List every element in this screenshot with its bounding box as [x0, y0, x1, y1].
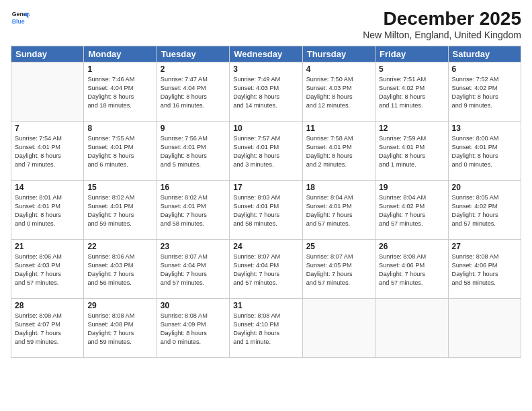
cell-info: Sunrise: 7:59 AM Sunset: 4:01 PM Dayligh…: [379, 134, 444, 169]
cell-info: Sunrise: 7:58 AM Sunset: 4:01 PM Dayligh…: [306, 134, 371, 169]
calendar-week-row: 21Sunrise: 8:06 AM Sunset: 4:03 PM Dayli…: [11, 240, 521, 299]
cell-date: 3: [233, 64, 298, 74]
cell-info: Sunrise: 8:01 AM Sunset: 4:01 PM Dayligh…: [15, 193, 80, 228]
cell-date: 21: [15, 242, 80, 251]
main-title: December 2025: [363, 8, 521, 30]
cell-info: Sunrise: 8:08 AM Sunset: 4:07 PM Dayligh…: [15, 312, 80, 347]
table-row: 4Sunrise: 7:50 AM Sunset: 4:03 PM Daylig…: [302, 62, 375, 122]
cell-date: 7: [15, 124, 80, 133]
table-row: 9Sunrise: 7:56 AM Sunset: 4:01 PM Daylig…: [157, 122, 229, 181]
cell-date: 12: [379, 124, 444, 133]
cell-date: 23: [161, 242, 226, 251]
cell-date: 20: [452, 183, 517, 192]
cell-info: Sunrise: 7:51 AM Sunset: 4:02 PM Dayligh…: [379, 75, 444, 110]
table-row: 11Sunrise: 7:58 AM Sunset: 4:01 PM Dayli…: [302, 122, 375, 181]
cell-info: Sunrise: 7:54 AM Sunset: 4:01 PM Dayligh…: [15, 134, 80, 169]
cell-date: 4: [306, 64, 371, 74]
cell-date: 15: [87, 183, 152, 192]
cell-info: Sunrise: 7:55 AM Sunset: 4:01 PM Dayligh…: [87, 134, 152, 169]
col-wednesday: Wednesday: [230, 46, 302, 62]
cell-info: Sunrise: 8:08 AM Sunset: 4:10 PM Dayligh…: [233, 312, 298, 347]
table-row: 8Sunrise: 7:55 AM Sunset: 4:01 PM Daylig…: [84, 122, 157, 181]
cell-info: Sunrise: 7:49 AM Sunset: 4:03 PM Dayligh…: [233, 75, 298, 110]
cell-info: Sunrise: 8:02 AM Sunset: 4:01 PM Dayligh…: [161, 193, 226, 228]
cell-date: 1: [87, 64, 152, 74]
cell-info: Sunrise: 8:05 AM Sunset: 4:02 PM Dayligh…: [452, 193, 517, 228]
calendar-table: Sunday Monday Tuesday Wednesday Thursday…: [11, 46, 521, 358]
table-row: 20Sunrise: 8:05 AM Sunset: 4:02 PM Dayli…: [448, 181, 521, 240]
logo: General Blue: [11, 8, 30, 27]
table-row: 7Sunrise: 7:54 AM Sunset: 4:01 PM Daylig…: [11, 122, 84, 181]
col-thursday: Thursday: [302, 46, 375, 62]
table-row: [11, 62, 84, 122]
cell-info: Sunrise: 7:46 AM Sunset: 4:04 PM Dayligh…: [87, 75, 152, 110]
cell-date: 25: [306, 242, 371, 251]
cell-info: Sunrise: 7:50 AM Sunset: 4:03 PM Dayligh…: [306, 75, 371, 110]
cell-info: Sunrise: 8:04 AM Sunset: 4:01 PM Dayligh…: [306, 193, 371, 228]
cell-date: 18: [306, 183, 371, 192]
cell-info: Sunrise: 8:07 AM Sunset: 4:04 PM Dayligh…: [161, 253, 226, 287]
table-row: 12Sunrise: 7:59 AM Sunset: 4:01 PM Dayli…: [375, 122, 448, 181]
calendar-week-row: 1Sunrise: 7:46 AM Sunset: 4:04 PM Daylig…: [11, 62, 521, 122]
cell-date: 6: [452, 64, 517, 74]
table-row: 3Sunrise: 7:49 AM Sunset: 4:03 PM Daylig…: [230, 62, 302, 122]
table-row: 15Sunrise: 8:02 AM Sunset: 4:01 PM Dayli…: [84, 181, 157, 240]
table-row: 14Sunrise: 8:01 AM Sunset: 4:01 PM Dayli…: [11, 181, 84, 240]
col-friday: Friday: [375, 46, 448, 62]
cell-date: 13: [452, 124, 517, 133]
cell-date: 22: [87, 242, 152, 251]
cell-info: Sunrise: 7:52 AM Sunset: 4:02 PM Dayligh…: [452, 75, 517, 110]
page: General Blue December 2025 New Milton, E…: [0, 0, 532, 411]
table-row: 31Sunrise: 8:08 AM Sunset: 4:10 PM Dayli…: [230, 299, 302, 358]
cell-date: 27: [452, 242, 517, 251]
cell-info: Sunrise: 7:56 AM Sunset: 4:01 PM Dayligh…: [161, 134, 226, 169]
cell-info: Sunrise: 8:08 AM Sunset: 4:08 PM Dayligh…: [87, 312, 152, 347]
cell-info: Sunrise: 8:03 AM Sunset: 4:01 PM Dayligh…: [233, 193, 298, 228]
cell-date: 29: [87, 301, 152, 310]
table-row: 27Sunrise: 8:08 AM Sunset: 4:06 PM Dayli…: [448, 240, 521, 299]
svg-text:Blue: Blue: [12, 18, 25, 25]
cell-info: Sunrise: 7:57 AM Sunset: 4:01 PM Dayligh…: [233, 134, 298, 169]
header: General Blue December 2025 New Milton, E…: [11, 8, 521, 40]
title-block: December 2025 New Milton, England, Unite…: [363, 8, 521, 40]
table-row: 5Sunrise: 7:51 AM Sunset: 4:02 PM Daylig…: [375, 62, 448, 122]
table-row: 25Sunrise: 8:07 AM Sunset: 4:05 PM Dayli…: [302, 240, 375, 299]
table-row: 17Sunrise: 8:03 AM Sunset: 4:01 PM Dayli…: [230, 181, 302, 240]
col-monday: Monday: [84, 46, 157, 62]
cell-date: 26: [379, 242, 444, 251]
cell-info: Sunrise: 8:06 AM Sunset: 4:03 PM Dayligh…: [87, 253, 152, 287]
cell-info: Sunrise: 8:06 AM Sunset: 4:03 PM Dayligh…: [15, 253, 80, 287]
table-row: 21Sunrise: 8:06 AM Sunset: 4:03 PM Dayli…: [11, 240, 84, 299]
table-row: 18Sunrise: 8:04 AM Sunset: 4:01 PM Dayli…: [302, 181, 375, 240]
calendar-week-row: 14Sunrise: 8:01 AM Sunset: 4:01 PM Dayli…: [11, 181, 521, 240]
cell-date: 11: [306, 124, 371, 133]
cell-date: 28: [15, 301, 80, 310]
table-row: 30Sunrise: 8:08 AM Sunset: 4:09 PM Dayli…: [157, 299, 229, 358]
cell-date: 24: [233, 242, 298, 251]
table-row: 6Sunrise: 7:52 AM Sunset: 4:02 PM Daylig…: [448, 62, 521, 122]
cell-info: Sunrise: 8:08 AM Sunset: 4:06 PM Dayligh…: [452, 253, 517, 287]
cell-info: Sunrise: 8:08 AM Sunset: 4:06 PM Dayligh…: [379, 253, 444, 287]
cell-date: 9: [161, 124, 226, 133]
cell-date: 8: [87, 124, 152, 133]
cell-info: Sunrise: 8:02 AM Sunset: 4:01 PM Dayligh…: [87, 193, 152, 228]
table-row: 19Sunrise: 8:04 AM Sunset: 4:02 PM Dayli…: [375, 181, 448, 240]
table-row: 24Sunrise: 8:07 AM Sunset: 4:04 PM Dayli…: [230, 240, 302, 299]
calendar-header-row: Sunday Monday Tuesday Wednesday Thursday…: [11, 46, 521, 62]
table-row: 13Sunrise: 8:00 AM Sunset: 4:01 PM Dayli…: [448, 122, 521, 181]
subtitle: New Milton, England, United Kingdom: [363, 30, 521, 40]
col-saturday: Saturday: [448, 46, 521, 62]
cell-info: Sunrise: 8:07 AM Sunset: 4:04 PM Dayligh…: [233, 253, 298, 287]
table-row: 23Sunrise: 8:07 AM Sunset: 4:04 PM Dayli…: [157, 240, 229, 299]
cell-date: 2: [161, 64, 226, 74]
cell-info: Sunrise: 8:04 AM Sunset: 4:02 PM Dayligh…: [379, 193, 444, 228]
table-row: 16Sunrise: 8:02 AM Sunset: 4:01 PM Dayli…: [157, 181, 229, 240]
table-row: 28Sunrise: 8:08 AM Sunset: 4:07 PM Dayli…: [11, 299, 84, 358]
cell-info: Sunrise: 8:08 AM Sunset: 4:09 PM Dayligh…: [161, 312, 226, 347]
table-row: 22Sunrise: 8:06 AM Sunset: 4:03 PM Dayli…: [84, 240, 157, 299]
table-row: 10Sunrise: 7:57 AM Sunset: 4:01 PM Dayli…: [230, 122, 302, 181]
cell-date: 14: [15, 183, 80, 192]
cell-info: Sunrise: 7:47 AM Sunset: 4:04 PM Dayligh…: [161, 75, 226, 110]
table-row: [448, 299, 521, 358]
cell-date: 30: [161, 301, 226, 310]
